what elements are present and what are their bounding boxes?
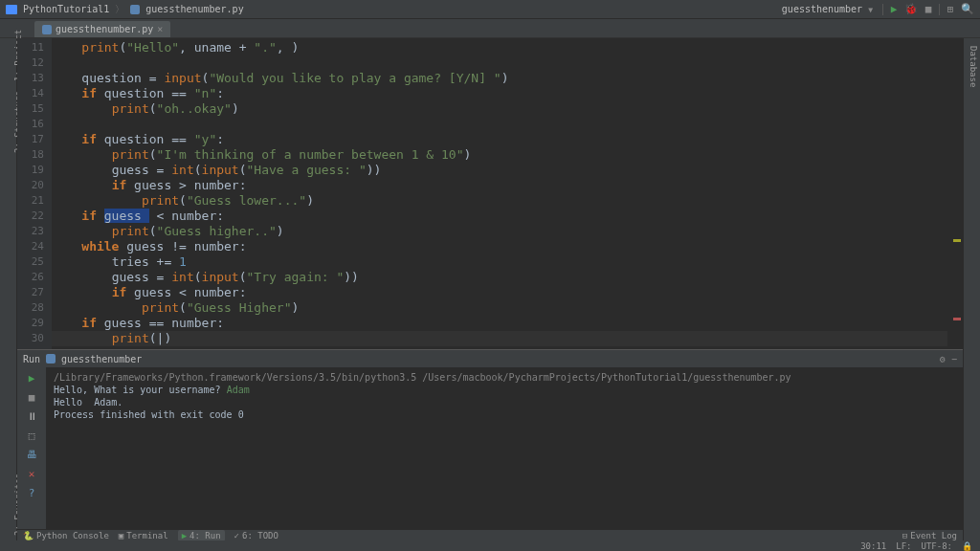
line-number[interactable]: 19 xyxy=(17,163,52,178)
run-config-label: guessthenumber xyxy=(61,354,142,364)
line-number[interactable]: 13 xyxy=(17,71,52,86)
line-number[interactable]: 17 xyxy=(17,132,52,147)
breadcrumb-file[interactable]: guessthenumber.py xyxy=(145,4,243,14)
run-config-selector[interactable]: guessthenumber ▼ xyxy=(776,4,879,14)
event-log-button[interactable]: ⊟ Event Log xyxy=(902,531,957,540)
tab-label: guessthenumber.py xyxy=(56,24,153,34)
line-number[interactable]: 27 xyxy=(17,285,52,300)
editor-tabs: guessthenumber.py × xyxy=(0,19,980,38)
dump-icon[interactable]: ⬚ xyxy=(25,429,38,442)
code-line[interactable]: if question == "n": xyxy=(52,86,947,101)
rerun-button[interactable]: ▶ xyxy=(25,371,38,385)
output-line: Hello, What is your username? Adam xyxy=(54,384,955,396)
code-line[interactable]: guess = int(input("Try again: ")) xyxy=(52,270,947,285)
line-number[interactable]: 16 xyxy=(17,117,52,132)
todo-button[interactable]: ✓ 6: TODO xyxy=(234,531,278,540)
output-line: Hello Adam. xyxy=(54,396,955,408)
line-number[interactable]: 12 xyxy=(17,55,52,71)
run-tool-window: Run guessthenumber ⚙ − ▶ ■ ⏸ ⬚ 🖶 ✕ ? /Li… xyxy=(17,349,963,540)
code-line[interactable]: guess = int(input("Have a guess: ")) xyxy=(52,163,947,178)
breadcrumb-separator: 〉 xyxy=(115,3,124,16)
line-separator[interactable]: LF: xyxy=(896,541,911,551)
code-content[interactable]: print("Hello", uname + ".", ) question =… xyxy=(52,38,947,360)
folder-icon xyxy=(6,5,17,14)
code-line[interactable] xyxy=(52,55,947,71)
file-encoding[interactable]: UTF-8: xyxy=(921,541,952,551)
line-number[interactable]: 24 xyxy=(17,239,52,254)
settings-icon[interactable]: ⊞ xyxy=(944,3,957,16)
line-number[interactable]: 20 xyxy=(17,178,52,193)
gutter: 1112131415161718192021222324252627282930… xyxy=(17,38,52,360)
toolbar-separator xyxy=(939,4,940,15)
error-marker[interactable] xyxy=(953,318,961,320)
run-title: Run xyxy=(23,354,40,364)
right-tool-sidebar: Database xyxy=(963,38,980,540)
lock-icon[interactable]: 🔒 xyxy=(962,541,972,551)
line-number[interactable]: 22 xyxy=(17,209,52,224)
output-line: Process finished with exit code 0 xyxy=(54,408,955,421)
code-line[interactable]: if guess < number: xyxy=(52,285,947,300)
code-line[interactable]: tries += 1 xyxy=(52,254,947,270)
cursor-position[interactable]: 30:11 xyxy=(860,541,886,551)
run-toolbar: ▶ ■ ⏸ ⬚ 🖶 ✕ ? xyxy=(17,367,46,540)
line-number[interactable]: 26 xyxy=(17,270,52,285)
code-line[interactable]: print("oh..okay") xyxy=(52,101,947,117)
line-number[interactable]: 29 xyxy=(17,316,52,331)
run-output[interactable]: /Library/Frameworks/Python.framework/Ver… xyxy=(46,367,963,529)
gear-icon[interactable]: ⚙ xyxy=(940,354,946,364)
python-console-button[interactable]: 🐍 Python Console xyxy=(23,531,109,540)
code-line[interactable]: if guess < number: xyxy=(52,209,947,224)
line-number[interactable]: 28 xyxy=(17,300,52,316)
toolbar-actions: guessthenumber ▼ ▶ 🐞 ■ ⊞ 🔍 xyxy=(776,3,974,16)
python-file-icon xyxy=(130,5,140,14)
help-icon[interactable]: ? xyxy=(25,486,38,499)
top-toolbar: PythonTutorial1 〉 guessthenumber.py gues… xyxy=(0,0,980,19)
python-file-icon xyxy=(46,354,56,364)
code-line[interactable]: print("Hello", uname + ".", ) xyxy=(52,40,947,55)
code-line[interactable]: print("Guess higher..") xyxy=(52,224,947,239)
code-editor[interactable]: 1112131415161718192021222324252627282930… xyxy=(17,38,963,360)
pause-icon[interactable]: ⏸ xyxy=(25,409,38,423)
stop-button[interactable]: ■ xyxy=(25,390,38,404)
code-line[interactable]: print("Guess Higher") xyxy=(52,300,947,316)
close-icon[interactable]: × xyxy=(157,24,163,34)
code-line[interactable]: if guess > number: xyxy=(52,178,947,193)
stop-button[interactable]: ■ xyxy=(922,3,935,16)
search-icon[interactable]: 🔍 xyxy=(961,3,974,16)
line-number[interactable]: 14 xyxy=(17,86,52,101)
run-header: Run guessthenumber ⚙ − xyxy=(17,350,963,367)
code-line[interactable]: question = input("Would you like to play… xyxy=(52,71,947,86)
code-line[interactable]: print(|) xyxy=(52,331,947,346)
tool-database[interactable]: Database xyxy=(969,46,978,87)
print-icon[interactable]: 🖶 xyxy=(25,448,38,461)
close-icon[interactable]: ✕ xyxy=(25,467,38,480)
run-tool-button[interactable]: ▶ 4: Run xyxy=(178,530,225,541)
left-tool-sidebar: 1: Project 2: Structure 2: Favorites xyxy=(0,38,17,540)
code-line[interactable] xyxy=(52,117,947,132)
code-line[interactable]: print("Guess lower...") xyxy=(52,193,947,209)
line-number[interactable]: 15 xyxy=(17,101,52,117)
line-number[interactable]: 23 xyxy=(17,224,52,239)
code-line[interactable]: print("I'm thinking of a number between … xyxy=(52,147,947,163)
line-number[interactable]: 21 xyxy=(17,193,52,209)
editor-scrollbar[interactable] xyxy=(951,38,963,360)
line-number[interactable]: 11 xyxy=(17,40,52,55)
line-number[interactable]: 25 xyxy=(17,254,52,270)
debug-button[interactable]: 🐞 xyxy=(904,3,918,16)
line-number[interactable]: 30 xyxy=(17,331,52,346)
toolbar-separator xyxy=(882,4,883,15)
editor-tab[interactable]: guessthenumber.py × xyxy=(34,21,170,37)
status-bar: 30:11 LF: UTF-8: 🔒 xyxy=(0,540,980,551)
terminal-button[interactable]: ▣ Terminal xyxy=(119,531,168,540)
python-file-icon xyxy=(42,25,52,34)
code-line[interactable]: while guess != number: xyxy=(52,239,947,254)
minimize-icon[interactable]: − xyxy=(951,354,957,364)
breadcrumb: PythonTutorial1 〉 guessthenumber.py xyxy=(6,3,244,16)
breadcrumb-project[interactable]: PythonTutorial1 xyxy=(23,4,109,14)
code-line[interactable]: if question == "y": xyxy=(52,132,947,147)
bottom-tool-buttons: 🐍 Python Console ▣ Terminal ▶ 4: Run ✓ 6… xyxy=(17,529,963,540)
code-line[interactable]: if guess == number: xyxy=(52,316,947,331)
run-button[interactable]: ▶ xyxy=(887,3,901,16)
line-number[interactable]: 18 xyxy=(17,147,52,163)
warning-marker[interactable] xyxy=(953,239,961,242)
